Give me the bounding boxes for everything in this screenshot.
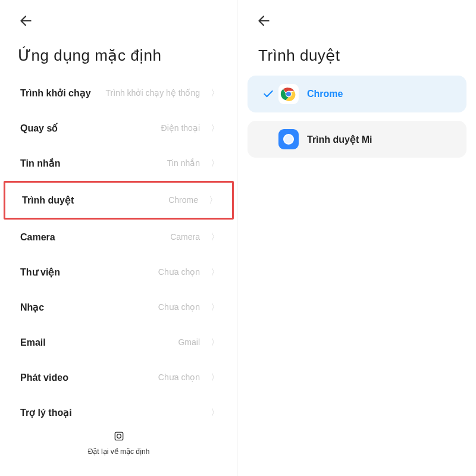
back-icon[interactable]: [238, 0, 476, 32]
row-label: Trình duyệt: [22, 195, 168, 206]
row-voice-assistant[interactable]: Trợ lý thoại 〉: [0, 395, 237, 430]
row-gallery[interactable]: Thư viện Chưa chọn 〉: [0, 255, 237, 290]
chevron-right-icon: 〉: [211, 123, 220, 134]
option-label: Chrome: [307, 89, 343, 99]
chevron-right-icon: 〉: [211, 337, 220, 348]
row-label: Nhạc: [20, 302, 158, 313]
check-icon: [258, 88, 278, 100]
default-apps-panel: Ứng dụng mặc định Trình khởi chạy Trình …: [0, 0, 238, 476]
svg-point-4: [286, 92, 291, 96]
row-value: Tin nhắn: [167, 158, 200, 168]
highlighted-row-browser: Trình duyệt Chrome 〉: [4, 181, 234, 220]
page-title: Trình duyệt: [238, 32, 476, 76]
browser-options-list: Chrome Trình duyệt Mi: [238, 76, 476, 158]
row-label: Trình khởi chạy: [20, 87, 106, 99]
option-mi-browser[interactable]: Trình duyệt Mi: [248, 121, 466, 158]
option-label: Trình duyệt Mi: [307, 134, 372, 145]
row-value: Chưa chọn: [158, 267, 200, 277]
chevron-right-icon: 〉: [211, 231, 220, 243]
row-camera[interactable]: Camera Camera 〉: [0, 220, 237, 255]
row-video[interactable]: Phát video Chưa chọn 〉: [0, 360, 237, 395]
row-label: Tin nhắn: [20, 158, 167, 169]
chevron-right-icon: 〉: [209, 195, 218, 206]
chevron-right-icon: 〉: [211, 407, 220, 418]
back-icon[interactable]: [0, 0, 237, 32]
option-chrome[interactable]: Chrome: [248, 76, 466, 112]
row-label: Quay số: [20, 123, 161, 134]
reset-icon: [0, 430, 237, 445]
reset-defaults-button[interactable]: Đặt lại về mặc định: [0, 430, 237, 456]
browser-picker-panel: Trình duyệt Chrome: [238, 0, 476, 476]
row-value: Điện thoại: [161, 123, 200, 133]
chevron-right-icon: 〉: [211, 372, 220, 383]
row-value: Gmail: [178, 337, 200, 347]
row-browser[interactable]: Trình duyệt Chrome 〉: [5, 183, 232, 218]
chevron-right-icon: 〉: [211, 302, 220, 313]
row-label: Phát video: [20, 372, 158, 383]
page-title: Ứng dụng mặc định: [0, 32, 237, 76]
row-label: Camera: [20, 232, 170, 243]
row-messaging[interactable]: Tin nhắn Tin nhắn 〉: [0, 146, 237, 181]
row-label: Trợ lý thoại: [20, 407, 200, 418]
row-value: Chưa chọn: [158, 302, 200, 312]
chevron-right-icon: 〉: [211, 267, 220, 278]
row-email[interactable]: Email Gmail 〉: [0, 325, 237, 360]
reset-defaults-label: Đặt lại về mặc định: [0, 447, 237, 456]
row-value: Chrome: [168, 195, 198, 205]
row-dialer[interactable]: Quay số Điện thoại 〉: [0, 111, 237, 146]
mi-browser-icon: [278, 129, 299, 149]
row-value: Chưa chọn: [158, 372, 200, 383]
row-value: Trình khởi chạy hệ thống: [106, 88, 200, 98]
row-label: Thư viện: [20, 267, 158, 278]
default-apps-list: Trình khởi chạy Trình khởi chạy hệ thống…: [0, 76, 237, 430]
chrome-icon: [278, 84, 299, 104]
chevron-right-icon: 〉: [211, 87, 220, 99]
row-music[interactable]: Nhạc Chưa chọn 〉: [0, 290, 237, 325]
svg-rect-0: [115, 432, 123, 440]
chevron-right-icon: 〉: [211, 158, 220, 169]
svg-point-1: [117, 434, 121, 439]
row-launcher[interactable]: Trình khởi chạy Trình khởi chạy hệ thống…: [0, 76, 237, 111]
row-value: Camera: [170, 232, 200, 242]
row-label: Email: [20, 337, 178, 348]
